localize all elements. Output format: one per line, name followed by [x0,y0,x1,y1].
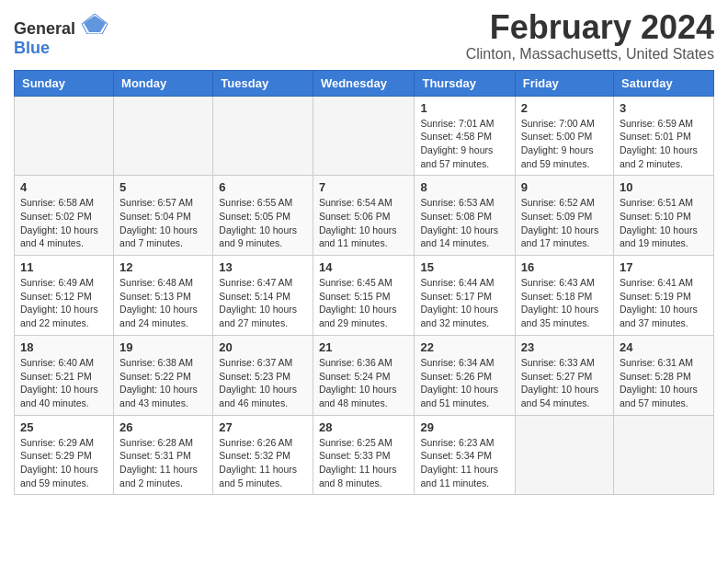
day-cell: 16Sunrise: 6:43 AMSunset: 5:18 PMDayligh… [515,256,613,336]
day-info: Sunrise: 6:51 AMSunset: 5:10 PMDaylight:… [620,196,708,250]
day-cell: 3Sunrise: 6:59 AMSunset: 5:01 PMDaylight… [614,96,714,176]
day-cell: 26Sunrise: 6:28 AMSunset: 5:31 PMDayligh… [114,415,213,495]
day-number: 11 [20,260,108,274]
day-info: Sunrise: 6:45 AMSunset: 5:15 PMDaylight:… [319,276,409,330]
day-cell: 14Sunrise: 6:45 AMSunset: 5:15 PMDayligh… [313,256,415,336]
week-row-4: 18Sunrise: 6:40 AMSunset: 5:21 PMDayligh… [15,335,714,415]
col-header-thursday: Thursday [415,70,515,96]
day-info: Sunrise: 6:31 AMSunset: 5:28 PMDaylight:… [620,356,708,410]
day-info: Sunrise: 6:40 AMSunset: 5:21 PMDaylight:… [20,356,108,410]
day-info: Sunrise: 6:54 AMSunset: 5:06 PMDaylight:… [319,196,409,250]
day-info: Sunrise: 6:49 AMSunset: 5:12 PMDaylight:… [20,276,108,330]
day-cell: 9Sunrise: 6:52 AMSunset: 5:09 PMDaylight… [515,176,613,256]
calendar-table: SundayMondayTuesdayWednesdayThursdayFrid… [14,70,714,496]
day-number: 15 [420,260,508,274]
day-info: Sunrise: 6:26 AMSunset: 5:32 PMDaylight:… [219,436,307,490]
day-cell: 15Sunrise: 6:44 AMSunset: 5:17 PMDayligh… [415,256,515,336]
day-number: 4 [20,180,108,194]
day-cell: 19Sunrise: 6:38 AMSunset: 5:22 PMDayligh… [114,335,213,415]
day-cell: 20Sunrise: 6:37 AMSunset: 5:23 PMDayligh… [213,335,313,415]
day-number: 22 [420,340,508,354]
day-cell: 23Sunrise: 6:33 AMSunset: 5:27 PMDayligh… [515,335,613,415]
day-info: Sunrise: 6:57 AMSunset: 5:04 PMDaylight:… [119,196,207,250]
day-info: Sunrise: 6:52 AMSunset: 5:09 PMDaylight:… [521,196,608,250]
day-info: Sunrise: 6:23 AMSunset: 5:34 PMDaylight:… [420,436,508,490]
day-cell: 28Sunrise: 6:25 AMSunset: 5:33 PMDayligh… [313,415,415,495]
day-cell [213,96,313,176]
day-cell: 22Sunrise: 6:34 AMSunset: 5:26 PMDayligh… [415,335,515,415]
day-number: 25 [20,420,108,434]
logo-text: General Blue [14,14,108,58]
day-number: 27 [219,420,307,434]
logo-icon [82,14,108,34]
logo: General Blue [14,14,108,58]
day-number: 23 [521,340,608,354]
day-number: 16 [521,260,608,274]
day-cell: 24Sunrise: 6:31 AMSunset: 5:28 PMDayligh… [614,335,714,415]
day-cell [515,415,613,495]
day-info: Sunrise: 6:33 AMSunset: 5:27 PMDaylight:… [521,356,608,410]
day-cell: 6Sunrise: 6:55 AMSunset: 5:05 PMDaylight… [213,176,313,256]
day-cell: 11Sunrise: 6:49 AMSunset: 5:12 PMDayligh… [15,256,114,336]
day-info: Sunrise: 6:44 AMSunset: 5:17 PMDaylight:… [420,276,508,330]
day-cell [313,96,415,176]
day-info: Sunrise: 6:28 AMSunset: 5:31 PMDaylight:… [119,436,207,490]
col-header-tuesday: Tuesday [213,70,313,96]
calendar-header-row: SundayMondayTuesdayWednesdayThursdayFrid… [15,70,714,96]
day-number: 7 [319,180,409,194]
day-info: Sunrise: 6:53 AMSunset: 5:08 PMDaylight:… [420,196,508,250]
day-cell: 10Sunrise: 6:51 AMSunset: 5:10 PMDayligh… [614,176,714,256]
logo-blue: Blue [14,39,50,57]
day-cell: 5Sunrise: 6:57 AMSunset: 5:04 PMDaylight… [114,176,213,256]
day-info: Sunrise: 6:47 AMSunset: 5:14 PMDaylight:… [219,276,307,330]
day-cell: 8Sunrise: 6:53 AMSunset: 5:08 PMDaylight… [415,176,515,256]
day-cell: 17Sunrise: 6:41 AMSunset: 5:19 PMDayligh… [614,256,714,336]
day-cell: 7Sunrise: 6:54 AMSunset: 5:06 PMDaylight… [313,176,415,256]
day-number: 28 [319,420,409,434]
day-info: Sunrise: 7:01 AMSunset: 4:58 PMDaylight:… [420,117,508,171]
title-section: February 2024 Clinton, Massachusetts, Un… [466,9,714,63]
day-info: Sunrise: 6:41 AMSunset: 5:19 PMDaylight:… [620,276,708,330]
day-cell: 21Sunrise: 6:36 AMSunset: 5:24 PMDayligh… [313,335,415,415]
day-cell: 27Sunrise: 6:26 AMSunset: 5:32 PMDayligh… [213,415,313,495]
day-cell: 4Sunrise: 6:58 AMSunset: 5:02 PMDaylight… [15,176,114,256]
main-title: February 2024 [466,9,714,46]
day-info: Sunrise: 6:29 AMSunset: 5:29 PMDaylight:… [20,436,108,490]
week-row-2: 4Sunrise: 6:58 AMSunset: 5:02 PMDaylight… [15,176,714,256]
col-header-friday: Friday [515,70,613,96]
day-cell: 18Sunrise: 6:40 AMSunset: 5:21 PMDayligh… [15,335,114,415]
page-header: General Blue February 2024 Clinton, Mass… [14,9,714,63]
day-info: Sunrise: 6:25 AMSunset: 5:33 PMDaylight:… [319,436,409,490]
day-number: 6 [219,180,307,194]
day-cell: 1Sunrise: 7:01 AMSunset: 4:58 PMDaylight… [415,96,515,176]
logo-general: General [14,19,75,38]
day-info: Sunrise: 6:34 AMSunset: 5:26 PMDaylight:… [420,356,508,410]
day-number: 21 [319,340,409,354]
day-number: 1 [420,101,508,115]
day-cell: 12Sunrise: 6:48 AMSunset: 5:13 PMDayligh… [114,256,213,336]
day-number: 13 [219,260,307,274]
day-cell [15,96,114,176]
day-cell [114,96,213,176]
day-info: Sunrise: 6:48 AMSunset: 5:13 PMDaylight:… [119,276,207,330]
day-number: 3 [620,101,708,115]
day-number: 2 [521,101,608,115]
day-number: 17 [620,260,708,274]
day-cell: 29Sunrise: 6:23 AMSunset: 5:34 PMDayligh… [415,415,515,495]
day-number: 26 [119,420,207,434]
day-info: Sunrise: 7:00 AMSunset: 5:00 PMDaylight:… [521,117,608,171]
week-row-3: 11Sunrise: 6:49 AMSunset: 5:12 PMDayligh… [15,256,714,336]
day-cell [614,415,714,495]
col-header-monday: Monday [114,70,213,96]
day-number: 29 [420,420,508,434]
day-number: 19 [119,340,207,354]
day-number: 8 [420,180,508,194]
sub-title: Clinton, Massachusetts, United States [466,46,714,63]
day-info: Sunrise: 6:55 AMSunset: 5:05 PMDaylight:… [219,196,307,250]
col-header-saturday: Saturday [614,70,714,96]
day-number: 10 [620,180,708,194]
day-info: Sunrise: 6:43 AMSunset: 5:18 PMDaylight:… [521,276,608,330]
day-cell: 2Sunrise: 7:00 AMSunset: 5:00 PMDaylight… [515,96,613,176]
day-number: 18 [20,340,108,354]
day-number: 14 [319,260,409,274]
